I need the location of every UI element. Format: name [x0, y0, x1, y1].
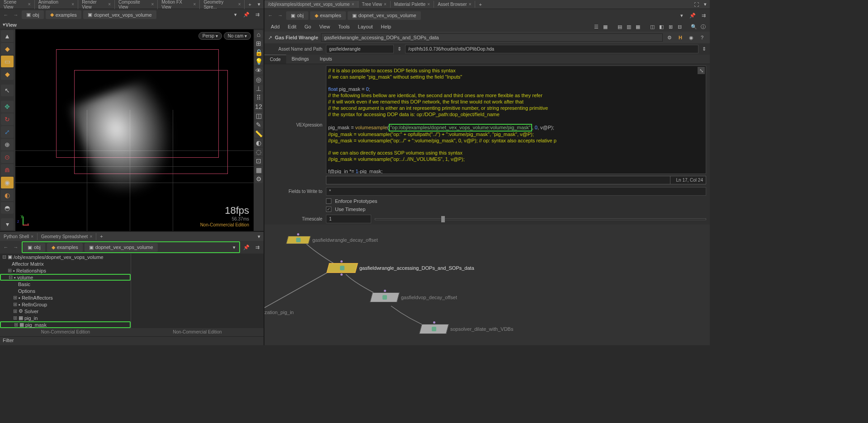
pane-menu-icon[interactable]: ▾: [701, 0, 710, 9]
tree-item[interactable]: Affector Matrix: [0, 260, 131, 267]
path-root[interactable]: ▣ obj: [22, 10, 44, 19]
dropdown-icon[interactable]: ⇕: [702, 46, 706, 52]
close-icon[interactable]: ×: [31, 234, 33, 239]
path-lvl1[interactable]: ◆ examples: [47, 243, 83, 252]
list-icon[interactable]: ☰: [592, 23, 600, 31]
pin-icon[interactable]: 📌: [688, 11, 697, 20]
display-bg-icon[interactable]: ▦: [255, 166, 263, 174]
display-eye-icon[interactable]: 👁: [255, 66, 263, 75]
camera-dropdown[interactable]: No cam ▾: [224, 32, 251, 40]
tab-add-button[interactable]: +: [96, 233, 106, 240]
persp-dropdown[interactable]: Persp ▾: [198, 32, 222, 40]
tab-asset-browser[interactable]: Asset Browser×: [434, 1, 475, 8]
tool-construction-icon[interactable]: ◉: [1, 177, 14, 188]
path-dropdown-icon[interactable]: ▾: [230, 243, 239, 252]
close-icon[interactable]: ×: [352, 2, 354, 7]
pin-icon[interactable]: 📌: [242, 10, 251, 19]
close-icon[interactable]: ×: [427, 2, 430, 7]
expand-icon[interactable]: ⊞: [13, 301, 17, 307]
close-icon[interactable]: ×: [238, 2, 241, 7]
node-vop-decay[interactable]: gasfieldvop_decay_offset: [371, 292, 457, 302]
layout3-icon[interactable]: ▦: [634, 23, 642, 31]
flag-icon[interactable]: ◉: [687, 33, 695, 42]
tab-bindings[interactable]: Bindings: [286, 55, 314, 64]
tree-item[interactable]: ⊞▪RelInAffectors: [0, 294, 131, 301]
close-icon[interactable]: ×: [108, 2, 111, 7]
enforce-checkbox[interactable]: [326, 198, 331, 204]
display-lock-icon[interactable]: 🔒: [255, 48, 263, 56]
filter-input[interactable]: Filter: [0, 336, 264, 345]
expand-icon[interactable]: ⊟: [8, 274, 13, 280]
close-icon[interactable]: ×: [193, 2, 196, 7]
path-lvl2[interactable]: ▣ dopnet_vex_vops_volume: [348, 11, 421, 20]
node-name-field[interactable]: gasfieldwrangle_accessing_DOPs_and_SOPs_…: [321, 33, 663, 42]
opt1-icon[interactable]: ◫: [648, 23, 656, 31]
expand-icon[interactable]: ⊟: [2, 254, 6, 260]
path-dropdown-icon[interactable]: ▾: [231, 10, 240, 19]
close-icon[interactable]: ×: [384, 2, 387, 7]
tree-item[interactable]: Basic: [0, 281, 131, 287]
menu-tools[interactable]: Tools: [335, 23, 354, 30]
expand-icon[interactable]: ⊞: [13, 295, 17, 301]
tab-inputs[interactable]: Inputs: [314, 55, 337, 64]
tree-item[interactable]: ⊞▪Relationships: [0, 267, 131, 274]
tab-network[interactable]: /obj/examples/dopnet_vex_vops_volume×: [264, 1, 359, 8]
menu-layout[interactable]: Layout: [354, 23, 377, 30]
tool-select-icon[interactable]: ▲: [1, 30, 14, 42]
display-points-icon[interactable]: ⠿: [255, 94, 263, 102]
tool-sculpt-icon[interactable]: ◓: [1, 202, 14, 214]
tree-root[interactable]: ⊟▣/obj/examples/dopnet_vex_vops_volume: [0, 254, 131, 260]
display-normals-icon[interactable]: ⊥: [255, 85, 263, 93]
vex-code-editor[interactable]: // it is also possible to access DOP fie…: [326, 66, 706, 174]
tree-item[interactable]: ⊞▦pig_in: [0, 315, 131, 321]
link-icon[interactable]: ⇉: [253, 10, 262, 19]
tree-item[interactable]: ⊞⚙Solver: [0, 308, 131, 315]
layout2-icon[interactable]: ▥: [625, 23, 633, 31]
tool-rotate-icon[interactable]: ↻: [1, 113, 14, 125]
path-lvl1[interactable]: ◆ examples: [46, 10, 81, 19]
layout1-icon[interactable]: ▤: [616, 23, 624, 31]
node-sopsolver[interactable]: sopsolver_dilate_with_VDBs: [420, 324, 513, 334]
timescale-input[interactable]: [326, 215, 371, 223]
close-icon[interactable]: ×: [71, 2, 74, 7]
opt2-icon[interactable]: ◧: [657, 23, 665, 31]
tree-item[interactable]: Options: [0, 287, 131, 294]
display-grid-icon[interactable]: ⊞: [255, 39, 263, 47]
tool-lasso-icon[interactable]: ◆: [1, 43, 14, 55]
tree-item[interactable]: ⊞▪RelInGroup: [0, 301, 131, 308]
tool-paint-icon[interactable]: ◐: [1, 189, 14, 201]
tool-snap-icon[interactable]: ⊙: [1, 151, 14, 163]
opt3-icon[interactable]: ⊞: [666, 23, 675, 31]
pin-icon[interactable]: 📌: [242, 243, 251, 252]
display-homeview-icon[interactable]: ⌂: [255, 30, 263, 38]
find-icon[interactable]: 🔍: [690, 23, 698, 31]
tool-camera-icon[interactable]: ▾: [1, 218, 14, 230]
nav-fwd-icon[interactable]: →: [12, 11, 20, 19]
fields-input[interactable]: [326, 187, 706, 196]
display-target-icon[interactable]: ◎: [255, 75, 263, 84]
grid-icon[interactable]: ▦: [601, 23, 609, 31]
timestep-checkbox[interactable]: [326, 207, 331, 212]
node-decay-offset[interactable]: gasfieldwrangle_decay_offset: [287, 236, 378, 244]
tab-python-shell[interactable]: Python Shell×: [0, 233, 38, 240]
path-lvl1[interactable]: ◆ examples: [310, 11, 346, 20]
link-icon[interactable]: ⇉: [699, 11, 708, 20]
display-guide-icon[interactable]: ⊡: [255, 157, 263, 165]
display-ghost-icon[interactable]: ◌: [255, 148, 263, 156]
menu-go[interactable]: Go: [301, 23, 315, 30]
close-icon[interactable]: ×: [469, 2, 472, 7]
tab-add-button[interactable]: +: [245, 1, 255, 8]
expand-icon[interactable]: ⊞: [7, 268, 12, 273]
display-measure-icon[interactable]: 📏: [255, 130, 263, 138]
nav-back-icon[interactable]: ←: [2, 243, 10, 251]
expand-editor-icon[interactable]: ⤡: [698, 67, 705, 74]
close-icon[interactable]: ×: [151, 2, 154, 7]
tab-geo-spreadsheet[interactable]: Geometry Spreadsheet×: [38, 233, 96, 240]
tab-code[interactable]: Code: [264, 55, 286, 64]
tool-move-icon[interactable]: ✥: [1, 101, 14, 113]
tool-scale-icon[interactable]: ⤢: [1, 126, 14, 138]
asset-name-field[interactable]: [326, 45, 394, 53]
display-nums-icon[interactable]: 12: [255, 103, 263, 111]
network-view[interactable]: Dynamics Commercial Edition gasfieldwran…: [264, 225, 710, 345]
pane-menu-icon[interactable]: ▾: [255, 232, 264, 241]
